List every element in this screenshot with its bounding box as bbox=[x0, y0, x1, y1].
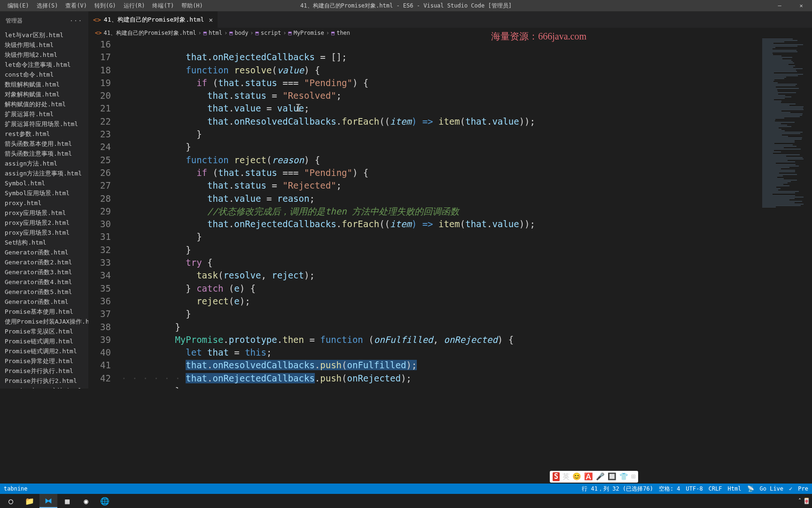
tag-icon: ⬒ bbox=[203, 30, 207, 36]
file-item[interactable]: 扩展运算符应用场景.html bbox=[0, 119, 88, 129]
menu-goto[interactable]: 转到(G) bbox=[91, 0, 120, 11]
file-item[interactable]: proxy应用场景2.html bbox=[0, 218, 88, 228]
crumb-script[interactable]: script bbox=[261, 30, 281, 36]
file-item[interactable]: Promise中race方法.html bbox=[0, 386, 88, 389]
tab-close-icon[interactable]: ✕ bbox=[209, 16, 212, 24]
code-content[interactable]: that.onRejectedCallbacks = []; function … bbox=[121, 38, 812, 389]
file-item[interactable]: 解构赋值的好处.html bbox=[0, 99, 88, 109]
chevron-up-icon[interactable]: ˄ bbox=[798, 498, 801, 504]
file-item[interactable]: assign方法.html bbox=[0, 159, 88, 168]
tab-bar: <> 41、构建自己的Promise对象.html ✕ bbox=[88, 11, 812, 28]
menu-select[interactable]: 选择(S) bbox=[33, 0, 62, 11]
crumb-body[interactable]: body bbox=[234, 30, 248, 36]
file-item[interactable]: 箭头函数基本使用.html bbox=[0, 139, 88, 149]
file-item[interactable]: let与var区别.html bbox=[0, 30, 88, 40]
eol-status[interactable]: CRLF bbox=[709, 485, 722, 492]
menu-view[interactable]: 查看(V) bbox=[62, 0, 91, 11]
ime-panel[interactable]: S 英 😊 🅰️ 🎤 🔲 👕 ⊞ bbox=[550, 471, 638, 483]
file-item[interactable]: Promise并行执行2.html bbox=[0, 376, 88, 386]
grid-icon[interactable]: ⊞ bbox=[631, 472, 635, 481]
crumb-file[interactable]: 41、构建自己的Promise对象.html bbox=[103, 29, 196, 37]
shirt-icon[interactable]: 👕 bbox=[619, 472, 628, 481]
explorer-icon[interactable]: 📁 bbox=[21, 494, 39, 508]
sidebar-title: 管理器 bbox=[6, 17, 23, 25]
crumb-method[interactable]: then bbox=[336, 30, 350, 36]
file-item[interactable]: Promise常见误区.html bbox=[0, 326, 88, 336]
box-icon[interactable]: 🔲 bbox=[608, 472, 617, 481]
file-item[interactable]: Promise链式调用2.html bbox=[0, 346, 88, 356]
chevron-right-icon: › bbox=[224, 30, 227, 36]
mic-icon[interactable]: 🎤 bbox=[596, 472, 605, 481]
language-status[interactable]: Html bbox=[728, 485, 742, 492]
minimap[interactable] bbox=[760, 38, 812, 377]
breadcrumb[interactable]: <> 41、构建自己的Promise对象.html › ⬒ html › ⬒ b… bbox=[88, 28, 812, 38]
file-item[interactable]: 对象解构赋值.html bbox=[0, 89, 88, 99]
file-item[interactable]: proxy.html bbox=[0, 198, 88, 208]
prettier-status[interactable]: Pre bbox=[798, 485, 808, 492]
sidebar: 管理器 ··· let与var区别.html块级作用域.html块级作用域2.h… bbox=[0, 11, 88, 389]
file-item[interactable]: Promise异常处理.html bbox=[0, 356, 88, 366]
crumb-class[interactable]: MyPromise bbox=[294, 30, 324, 36]
file-item[interactable]: Generator函数.html bbox=[0, 247, 88, 257]
file-item[interactable]: Generator函数5.html bbox=[0, 287, 88, 297]
file-item[interactable]: Set结构.html bbox=[0, 238, 88, 247]
crumb-html[interactable]: html bbox=[209, 30, 222, 36]
file-item[interactable]: let命令注意事项.html bbox=[0, 60, 88, 70]
a-icon[interactable]: 🅰️ bbox=[584, 472, 593, 481]
golive-button[interactable]: Go Live bbox=[760, 485, 784, 492]
indent-status[interactable]: 空格: 4 bbox=[659, 485, 680, 493]
check-icon[interactable]: ✓ bbox=[789, 485, 792, 492]
title-bar: 编辑(E) 选择(S) 查看(V) 转到(G) 运行(R) 终端(T) 帮助(H… bbox=[0, 0, 812, 11]
menu-run[interactable]: 运行(R) bbox=[120, 0, 149, 11]
sidebar-more-icon[interactable]: ··· bbox=[70, 17, 83, 24]
obs-icon[interactable]: ◉ bbox=[77, 494, 95, 508]
code-editor[interactable]: 16 17 18 19 20 21 22 23 24 25 26 27 28 2… bbox=[88, 38, 812, 389]
menu-terminal[interactable]: 终端(T) bbox=[148, 0, 178, 11]
chrome-icon[interactable]: 🌐 bbox=[96, 494, 114, 508]
file-item[interactable]: Symbol.html bbox=[0, 178, 88, 188]
cursor-position[interactable]: 行 41，列 32 (已选择76) bbox=[582, 485, 653, 493]
file-item[interactable]: assign方法注意事项.html bbox=[0, 168, 88, 178]
file-item[interactable]: Generator函数2.html bbox=[0, 257, 88, 267]
encoding-status[interactable]: UTF-8 bbox=[686, 485, 703, 492]
file-item[interactable]: Symbol应用场景.html bbox=[0, 188, 88, 198]
ime-lang[interactable]: 英 bbox=[562, 472, 570, 481]
file-item[interactable]: const命令.html bbox=[0, 70, 88, 79]
line-gutter: 16 17 18 19 20 21 22 23 24 25 26 27 28 2… bbox=[88, 38, 121, 389]
tabnine-status[interactable]: tabnine bbox=[4, 485, 28, 492]
emoji-icon[interactable]: 😊 bbox=[572, 472, 581, 481]
editor-area: <> 41、构建自己的Promise对象.html ✕ <> 41、构建自己的P… bbox=[88, 11, 812, 389]
file-item[interactable]: proxy应用场景.html bbox=[0, 208, 88, 218]
file-item[interactable]: Generator函数4.html bbox=[0, 277, 88, 287]
file-item[interactable]: Generator函数.html bbox=[0, 297, 88, 307]
tag-icon: ⬒ bbox=[256, 30, 259, 36]
close-button[interactable]: ✕ bbox=[790, 1, 812, 10]
html-icon: <> bbox=[93, 16, 101, 24]
menu-bar: 编辑(E) 选择(S) 查看(V) 转到(G) 运行(R) 终端(T) 帮助(H… bbox=[0, 0, 207, 11]
file-item[interactable]: Generator函数3.html bbox=[0, 267, 88, 277]
file-item[interactable]: 箭头函数注意事项.html bbox=[0, 149, 88, 159]
tray-ime-icon[interactable]: 🀄 bbox=[803, 498, 810, 504]
file-item[interactable]: 使用Promise封装AJAX操作.html bbox=[0, 317, 88, 326]
file-item[interactable]: 块级作用域2.html bbox=[0, 50, 88, 60]
text-cursor-icon: I bbox=[295, 102, 301, 114]
file-item[interactable]: 数组解构赋值.html bbox=[0, 79, 88, 89]
menu-edit[interactable]: 编辑(E) bbox=[4, 0, 33, 11]
file-item[interactable]: 扩展运算符.html bbox=[0, 109, 88, 119]
file-list[interactable]: let与var区别.html块级作用域.html块级作用域2.htmllet命令… bbox=[0, 30, 88, 389]
app-icon[interactable]: ▦ bbox=[58, 494, 76, 508]
vscode-icon[interactable]: ⧓ bbox=[39, 494, 57, 508]
file-item[interactable]: Promise链式调用.html bbox=[0, 336, 88, 346]
start-button[interactable]: ◯ bbox=[2, 494, 20, 508]
editor-tab[interactable]: <> 41、构建自己的Promise对象.html ✕ bbox=[88, 11, 218, 28]
file-item[interactable]: 块级作用域.html bbox=[0, 40, 88, 50]
tab-label: 41、构建自己的Promise对象.html bbox=[104, 16, 204, 24]
file-item[interactable]: rest参数.html bbox=[0, 129, 88, 139]
file-item[interactable]: Promise基本使用.html bbox=[0, 307, 88, 317]
status-bar: tabnine 行 41，列 32 (已选择76) 空格: 4 UTF-8 CR… bbox=[0, 484, 812, 494]
minimize-button[interactable]: — bbox=[769, 1, 790, 10]
menu-help[interactable]: 帮助(H) bbox=[178, 0, 207, 11]
file-item[interactable]: Promise并行执行.html bbox=[0, 366, 88, 376]
file-item[interactable]: proxy应用场景3.html bbox=[0, 228, 88, 238]
broadcast-icon[interactable]: 📡 bbox=[747, 485, 754, 492]
